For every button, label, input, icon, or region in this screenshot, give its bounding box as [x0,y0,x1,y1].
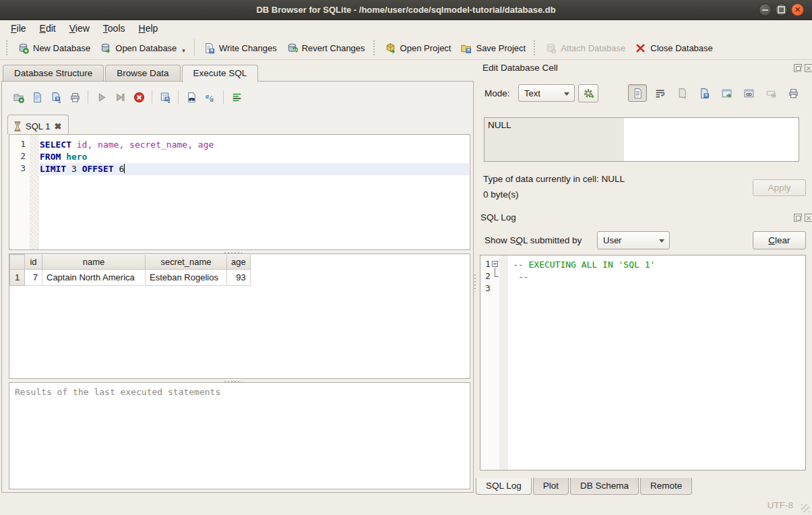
mode-select[interactable]: Text [518,84,575,102]
log-filter-value: User [603,235,621,245]
float-dock-icon[interactable] [794,64,802,72]
dock-tab-db-schema[interactable]: DB Schema [570,478,639,495]
cell-value-editor[interactable]: NULL [484,117,799,162]
save-project-button[interactable]: Save Project [456,40,530,57]
open-database-button[interactable]: Open Database ▾ [95,40,190,57]
cell-age[interactable]: 93 [227,270,251,286]
print-sql-button[interactable] [67,89,83,105]
copy-link-button[interactable] [739,84,758,102]
tab-database-structure[interactable]: Database Structure [3,65,104,82]
sql-keyword: FROM [40,152,61,162]
dock-tab-sql-log[interactable]: SQL Log [476,478,532,495]
sql-1-tab[interactable]: SQL 1 ✖ [7,115,69,134]
table-row[interactable]: 1 7 Captain North America Esteban Rogeli… [10,270,251,286]
dock-tab-plot[interactable]: Plot [533,478,569,495]
log-filter-select[interactable]: User [597,231,670,249]
results-grid[interactable]: id name secret_name age 1 7 Captain Nort… [9,253,470,379]
sql-log-view[interactable]: 1 2 3 -- EXECUTING ALL IN 'SQL 1' -- [480,255,806,471]
main-tab-bar: Database Structure Browse Data Execute S… [3,65,259,82]
fold-collapse-icon[interactable] [492,261,498,267]
table-header-row: id name secret_name age [10,255,251,270]
menu-tools[interactable]: Tools [96,21,132,36]
column-header-id[interactable]: id [25,255,42,270]
results-message-pane[interactable]: Results of the last executed statements [9,382,470,489]
save-sql-file-button[interactable] [48,89,64,105]
menu-view[interactable]: View [63,21,96,36]
dock-tab-remote[interactable]: Remote [640,478,692,495]
column-header-secret-name[interactable]: secret_name [146,255,227,270]
find-replace-button[interactable] [183,89,199,105]
save-results-icon [160,92,171,103]
menubar: File Edit View Tools Help [0,20,812,36]
dock-tab-bar: SQL Log Plot DB Schema Remote [476,478,693,495]
close-dock-icon[interactable] [805,64,812,72]
fold-tree-line [495,276,499,277]
cell-name[interactable]: Captain North America [42,270,146,286]
cell-type-info: Type of data currently in cell: NULL [483,174,625,184]
find-replace-icon [186,92,197,103]
close-database-label: Close Database [650,43,713,53]
set-null-button [761,84,780,102]
text-mode-button[interactable] [628,84,647,102]
text-document-icon [632,88,644,99]
tab-execute-sql[interactable]: Execute SQL [182,65,259,82]
stop-execution-button[interactable] [131,89,147,105]
toggle-block-comment-button[interactable] [228,89,245,105]
close-tab-icon[interactable]: ✖ [54,121,61,131]
open-in-external-button[interactable] [717,84,736,102]
tab-browse-data[interactable]: Browse Data [105,65,180,82]
toolbar-separator [152,90,152,104]
toolbar-grip[interactable] [6,40,9,55]
minimize-button[interactable] [759,3,772,16]
write-changes-button[interactable]: Write Changes [199,40,282,57]
close-database-button[interactable]: Close Database [630,40,718,57]
revert-changes-button[interactable]: Revert Changes [282,40,370,57]
save-results-button[interactable] [157,89,173,105]
auto-apply-button[interactable] [578,84,598,102]
column-header-age[interactable]: age [227,255,251,270]
line-number: 1 [9,139,26,149]
open-database-dropdown-icon[interactable]: ▾ [182,47,185,54]
sql-keyword: LIMIT [40,164,66,174]
gear-icon [583,88,594,99]
close-dock-icon[interactable] [805,214,812,222]
log-line-number: 2 [480,271,494,281]
word-wrap-button[interactable] [650,84,669,102]
cell-secret-name[interactable]: Esteban Rogelios [146,270,227,286]
open-project-icon [385,42,396,54]
new-database-button[interactable]: New Database [13,40,95,57]
float-dock-icon[interactable] [794,214,802,222]
column-header-name[interactable]: name [42,255,146,270]
attach-database-button: Attach Database [540,40,630,57]
cell-id[interactable]: 7 [25,270,42,286]
execute-all-icon [96,92,107,103]
corner-header[interactable] [10,255,25,270]
menu-help[interactable]: Help [132,21,165,36]
close-button[interactable] [791,3,804,16]
sql-code-editor[interactable]: 1 2 3 SELECT id, name, secret_name, age … [9,134,470,250]
toolbar-grip[interactable] [373,40,377,55]
revert-changes-label: Revert Changes [302,43,365,53]
panel-splitter[interactable] [473,274,476,292]
menu-edit[interactable]: Edit [33,21,63,36]
auto-format-button[interactable]: a a [202,89,218,105]
maximize-button[interactable] [775,3,788,16]
resize-grip[interactable] [801,504,809,512]
results-table: id name secret_name age 1 7 Captain Nort… [9,254,251,286]
open-sql-file-button[interactable] [29,89,45,105]
editor-fold-margin [30,135,39,249]
open-project-button[interactable]: Open Project [380,40,456,57]
print-cell-button[interactable] [784,84,803,102]
new-sql-tab-button[interactable] [10,89,26,105]
window-controls [759,3,804,16]
execute-current-line-icon [115,92,126,103]
save-project-icon [460,42,472,54]
new-database-label: New Database [33,43,90,53]
menu-file[interactable]: File [4,21,33,36]
clear-log-button[interactable]: Clear [753,231,806,249]
titlebar[interactable]: DB Browser for SQLite - /home/user/code/… [0,0,812,20]
row-header[interactable]: 1 [10,270,25,286]
chevron-down-icon [564,92,569,96]
export-data-button[interactable] [695,84,714,102]
toolbar-grip[interactable] [534,40,537,55]
